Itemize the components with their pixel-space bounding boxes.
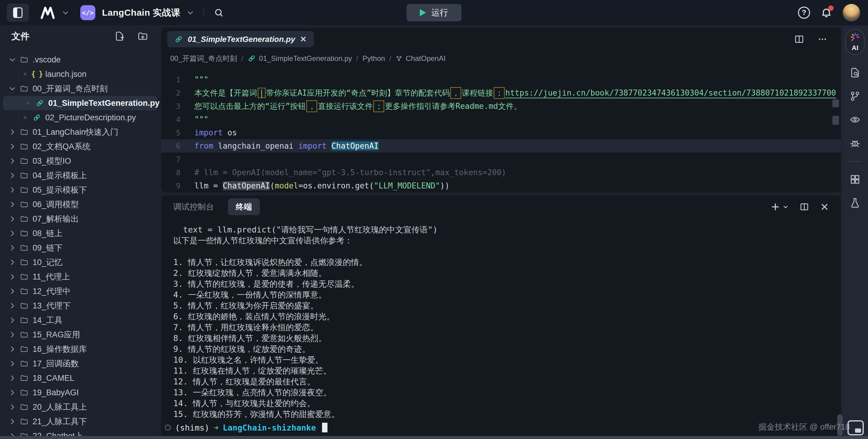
breadcrumb-label: 00_开篇词_奇点时刻	[170, 54, 237, 63]
tree-folder-16_操作数据库[interactable]: 16_操作数据库	[0, 342, 160, 357]
code-line-3[interactable]: 3您可以点击最上方的“运行”按钮，直接运行该文件；更多操作指引请参考Readme…	[161, 100, 841, 113]
tab-close-icon[interactable]: ✕	[300, 35, 307, 44]
run-button[interactable]: 运行	[406, 4, 462, 22]
tree-folder-19_BabyAGI[interactable]: 19_BabyAGI	[0, 385, 160, 400]
new-file-icon[interactable]	[114, 31, 125, 42]
search-file-icon[interactable]	[849, 67, 861, 78]
tree-folder-13_代理下[interactable]: 13_代理下	[0, 299, 160, 313]
line-number: 7	[161, 155, 194, 164]
tree-folder-09_链下[interactable]: 09_链下	[0, 241, 160, 255]
workspace-chevron-down-icon[interactable]	[187, 9, 194, 16]
folder-icon	[20, 316, 28, 325]
code-area[interactable]: 1"""2本文件是【开篇词|带你亲证AI应用开发的“奇点”时刻】章节的配套代码，…	[161, 66, 841, 192]
source-control-icon[interactable]	[849, 91, 861, 102]
code-line-7[interactable]: 7	[161, 153, 841, 166]
tree-folder-21_人脉工具下[interactable]: 21_人脉工具下	[0, 414, 160, 429]
close-panel-icon[interactable]	[820, 203, 829, 211]
tree-folder-11_代理上[interactable]: 11_代理上	[0, 270, 160, 284]
code-line-8[interactable]: 8# llm = OpenAI(model_name="gpt-3.5-turb…	[161, 166, 841, 179]
tree-folder-12_代理中[interactable]: 12_代理中	[0, 284, 160, 299]
chevron-right-icon	[8, 403, 16, 411]
terminal-prompt[interactable]: (shims) ➜ LangChain-shizhanke	[173, 421, 841, 434]
tree-item-label: 16_操作数据库	[33, 344, 87, 354]
project-badge-code-icon[interactable]: </>	[80, 5, 95, 20]
tree-folder-10_记忆[interactable]: 10_记忆	[0, 255, 160, 270]
chevron-right-icon	[8, 259, 16, 266]
preview-eye-icon[interactable]	[849, 114, 861, 126]
breadcrumb-item[interactable]: 01_SimpleTextGeneration.py	[247, 54, 352, 63]
split-editor-icon[interactable]	[794, 34, 804, 44]
terminal-dropdown-chevron-icon[interactable]	[783, 204, 788, 209]
tree-folder-07_解析输出[interactable]: 07_解析输出	[0, 212, 160, 226]
terminal-line: 7. 情人节，用红玫瑰诠释永恒的爱恋。	[173, 322, 841, 333]
terminal-panel: 调试控制台 终端 text = llm.predict("请给我写一句情人节红玫…	[161, 195, 841, 439]
split-terminal-icon[interactable]	[800, 202, 809, 211]
extensions-grid-icon[interactable]	[849, 174, 861, 185]
tree-file-01_SimpleTextGeneration.py[interactable]: 01_SimpleTextGeneration.py	[3, 96, 157, 110]
tree-file-02_PictureDescription.py[interactable]: 02_PictureDescription.py	[0, 110, 160, 125]
more-actions-icon[interactable]	[817, 34, 828, 44]
chevron-right-icon	[8, 230, 16, 237]
breadcrumb: 00_开篇词_奇点时刻/01_SimpleTextGeneration.py/P…	[161, 50, 841, 66]
testing-flask-icon[interactable]	[849, 197, 861, 209]
tree-folder-01_LangChain快速入门[interactable]: 01_LangChain快速入门	[0, 125, 160, 139]
sidebar-toggle-button[interactable]	[7, 4, 29, 22]
editor-scrollbar-thumb[interactable]	[832, 100, 839, 107]
code-line-5[interactable]: 5import os	[161, 126, 841, 139]
tree-file-launch.json[interactable]: { }launch.json	[0, 67, 160, 81]
new-terminal-button[interactable]	[771, 202, 788, 211]
tree-folder-.vscode[interactable]: .vscode	[0, 53, 160, 67]
tree-folder-00_开篇词_奇点时刻[interactable]: 00_开篇词_奇点时刻	[0, 81, 160, 96]
breadcrumb-item[interactable]: 00_开篇词_奇点时刻	[170, 54, 237, 63]
tab-debug-console[interactable]: 调试控制台	[173, 201, 214, 212]
tree-item-label: 17_回调函数	[33, 358, 79, 369]
folder-icon	[20, 389, 28, 397]
debug-bug-icon[interactable]	[849, 137, 861, 149]
notifications-bell-icon[interactable]	[820, 7, 832, 19]
tree-folder-05_提示模板下[interactable]: 05_提示模板下	[0, 183, 160, 197]
code-link[interactable]: https://juejin.cn/book/73877023474361303…	[505, 88, 836, 97]
tree-folder-06_调用模型[interactable]: 06_调用模型	[0, 197, 160, 212]
prompt-status-icon	[165, 425, 171, 431]
picture-in-picture-icon[interactable]	[847, 420, 864, 435]
tree-folder-03_模型IO[interactable]: 03_模型IO	[0, 154, 160, 168]
chevron-right-icon	[8, 157, 16, 165]
code-line-6[interactable]: 6from langchain_openai import ChatOpenAI	[161, 139, 841, 153]
code-line-2[interactable]: 2本文件是【开篇词|带你亲证AI应用开发的“奇点”时刻】章节的配套代码，课程链接…	[161, 86, 841, 100]
tab-terminal[interactable]: 终端	[228, 198, 260, 215]
folder-icon	[20, 403, 28, 411]
tree-item-label: 03_模型IO	[33, 156, 71, 166]
python-file-icon	[175, 35, 183, 43]
ai-assistant-button[interactable]: AI	[845, 29, 865, 55]
logo-chevron-down-icon[interactable]	[62, 9, 69, 16]
breadcrumb-separator: /	[389, 54, 392, 63]
tree-folder-14_工具[interactable]: 14_工具	[0, 313, 160, 328]
tree-folder-22_Chatbot上[interactable]: 22_Chatbot上	[0, 429, 160, 436]
new-folder-icon[interactable]	[137, 31, 149, 42]
plus-icon	[771, 202, 780, 211]
terminal-output[interactable]: text = llm.predict("请给我写一句情人节红玫瑰的中文宣传语")…	[161, 218, 841, 434]
workspace-name[interactable]: LangChain 实战课	[102, 7, 181, 19]
code-line-9[interactable]: 9llm = ChatOpenAI(model=os.environ.get("…	[161, 179, 841, 192]
search-icon[interactable]	[214, 7, 224, 18]
terminal-line: 11. 红玫瑰在情人节，绽放爱的璀璨光芒。	[173, 365, 841, 376]
avatar[interactable]	[843, 4, 860, 22]
breadcrumb-item[interactable]: ChatOpenAI	[395, 54, 445, 63]
run-button-label: 运行	[431, 7, 448, 19]
tree-folder-08_链上[interactable]: 08_链上	[0, 226, 160, 241]
editor-tab-active[interactable]: 01_SimpleTextGeneration.py ✕	[167, 31, 314, 47]
code-line-1[interactable]: 1"""	[161, 73, 841, 86]
tree-folder-04_提示模板上[interactable]: 04_提示模板上	[0, 168, 160, 183]
tree-folder-20_人脉工具上[interactable]: 20_人脉工具上	[0, 400, 160, 414]
marscode-logo-icon[interactable]	[40, 6, 56, 19]
terminal-line: 3. 情人节的红玫瑰，是爱的使者，传递无尽温柔。	[173, 279, 841, 290]
code-line-4[interactable]: 4"""	[161, 113, 841, 126]
tree-folder-15_RAG应用[interactable]: 15_RAG应用	[0, 328, 160, 342]
breadcrumb-item[interactable]: Python	[363, 54, 385, 63]
bottom-scrollbar[interactable]	[0, 436, 868, 439]
tree-folder-18_CAMEL[interactable]: 18_CAMEL	[0, 371, 160, 385]
code-token: 带你亲证AI应用开发的“奇点”时刻】章节的配套代码	[266, 88, 450, 98]
help-icon[interactable]: ?	[798, 7, 810, 19]
tree-folder-17_回调函数[interactable]: 17_回调函数	[0, 357, 160, 371]
tree-folder-02_文档QA系统[interactable]: 02_文档QA系统	[0, 139, 160, 154]
